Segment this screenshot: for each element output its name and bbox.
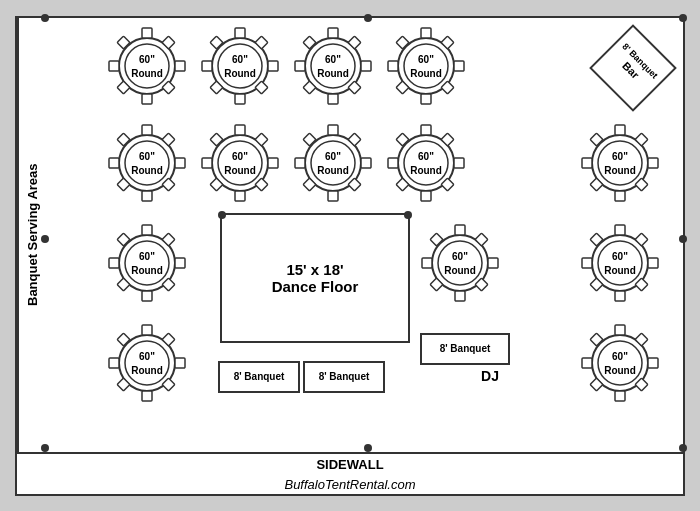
svg-rect-126 — [455, 291, 465, 301]
svg-rect-41 — [454, 61, 464, 71]
round-table-7: 60" Round — [293, 123, 373, 207]
svg-rect-125 — [455, 225, 465, 235]
svg-text:Round: Round — [317, 68, 349, 79]
svg-rect-3 — [142, 94, 152, 104]
svg-text:60": 60" — [232, 151, 248, 162]
svg-rect-90 — [421, 191, 431, 201]
svg-text:60": 60" — [232, 54, 248, 65]
svg-text:Round: Round — [604, 165, 636, 176]
svg-text:Round: Round — [224, 68, 256, 79]
svg-rect-116 — [175, 258, 185, 268]
svg-point-37 — [404, 44, 448, 88]
svg-text:Round: Round — [444, 265, 476, 276]
bar-banquet-table: 8' Banquet Bar — [588, 23, 678, 117]
svg-rect-39 — [421, 94, 431, 104]
svg-rect-103 — [582, 158, 592, 168]
svg-rect-162 — [615, 391, 625, 401]
round-table-11: 60" Round — [420, 223, 500, 307]
svg-rect-92 — [454, 158, 464, 168]
svg-text:60": 60" — [612, 351, 628, 362]
svg-text:Round: Round — [604, 365, 636, 376]
svg-rect-91 — [388, 158, 398, 168]
svg-point-25 — [311, 44, 355, 88]
svg-rect-2 — [142, 28, 152, 38]
svg-rect-113 — [142, 225, 152, 235]
round-table-6: 60" Round — [200, 123, 280, 207]
svg-text:60": 60" — [139, 151, 155, 162]
svg-point-1 — [125, 44, 169, 88]
svg-text:Round: Round — [131, 265, 163, 276]
svg-text:60": 60" — [139, 54, 155, 65]
svg-point-148 — [125, 341, 169, 385]
sidewall-label: SIDEWALL — [17, 452, 683, 475]
round-table-5: 60" Round — [107, 123, 187, 207]
svg-rect-164 — [648, 358, 658, 368]
tent-content: 60" Round 60" Round — [45, 18, 683, 452]
svg-rect-78 — [328, 191, 338, 201]
svg-rect-150 — [142, 391, 152, 401]
svg-text:Round: Round — [410, 165, 442, 176]
svg-text:60": 60" — [452, 251, 468, 262]
svg-point-112 — [125, 241, 169, 285]
svg-rect-104 — [648, 158, 658, 168]
left-label: Banquet Serving Areas — [17, 18, 45, 452]
svg-text:60": 60" — [612, 251, 628, 262]
svg-rect-149 — [142, 325, 152, 335]
svg-rect-80 — [361, 158, 371, 168]
svg-rect-53 — [142, 125, 152, 135]
svg-rect-101 — [615, 125, 625, 135]
round-table-14: 60" Round — [580, 323, 660, 407]
svg-text:60": 60" — [418, 54, 434, 65]
svg-text:Round: Round — [317, 165, 349, 176]
round-table-1: 60" Round — [107, 26, 187, 110]
svg-text:60": 60" — [325, 54, 341, 65]
svg-rect-15 — [235, 94, 245, 104]
svg-point-64 — [218, 141, 262, 185]
round-table-9: 60" Round — [580, 123, 660, 207]
dj-label: DJ — [445, 368, 535, 384]
svg-rect-163 — [582, 358, 592, 368]
banquet-dj-table: 8' Banquet — [420, 333, 510, 365]
svg-point-88 — [404, 141, 448, 185]
svg-rect-161 — [615, 325, 625, 335]
banquet-table-1: 8' Banquet — [218, 361, 300, 393]
svg-text:Round: Round — [604, 265, 636, 276]
svg-rect-67 — [202, 158, 212, 168]
svg-point-124 — [438, 241, 482, 285]
svg-rect-77 — [328, 125, 338, 135]
svg-rect-40 — [388, 61, 398, 71]
round-table-13: 60" Round — [107, 323, 187, 407]
svg-rect-28 — [295, 61, 305, 71]
svg-rect-4 — [109, 61, 119, 71]
svg-rect-89 — [421, 125, 431, 135]
round-table-4: 60" Round — [386, 26, 466, 110]
svg-rect-38 — [421, 28, 431, 38]
svg-rect-115 — [109, 258, 119, 268]
website-label: BuffaloTentRental.com — [17, 475, 683, 494]
svg-rect-65 — [235, 125, 245, 135]
svg-rect-17 — [268, 61, 278, 71]
svg-rect-79 — [295, 158, 305, 168]
svg-point-13 — [218, 44, 262, 88]
svg-point-160 — [598, 341, 642, 385]
dance-floor-size: 15' x 18' — [286, 261, 343, 278]
svg-rect-54 — [142, 191, 152, 201]
svg-rect-16 — [202, 61, 212, 71]
round-table-3: 60" Round — [293, 26, 373, 110]
svg-text:60": 60" — [325, 151, 341, 162]
banquet-table-2: 8' Banquet — [303, 361, 385, 393]
svg-rect-55 — [109, 158, 119, 168]
svg-rect-140 — [648, 258, 658, 268]
svg-rect-139 — [582, 258, 592, 268]
svg-text:60": 60" — [139, 251, 155, 262]
svg-rect-27 — [328, 94, 338, 104]
svg-rect-14 — [235, 28, 245, 38]
svg-rect-114 — [142, 291, 152, 301]
svg-text:60": 60" — [612, 151, 628, 162]
svg-point-100 — [598, 141, 642, 185]
svg-text:Round: Round — [131, 365, 163, 376]
svg-rect-127 — [422, 258, 432, 268]
round-table-12: 60" Round — [580, 223, 660, 307]
round-table-8: 60" Round — [386, 123, 466, 207]
svg-text:Round: Round — [224, 165, 256, 176]
